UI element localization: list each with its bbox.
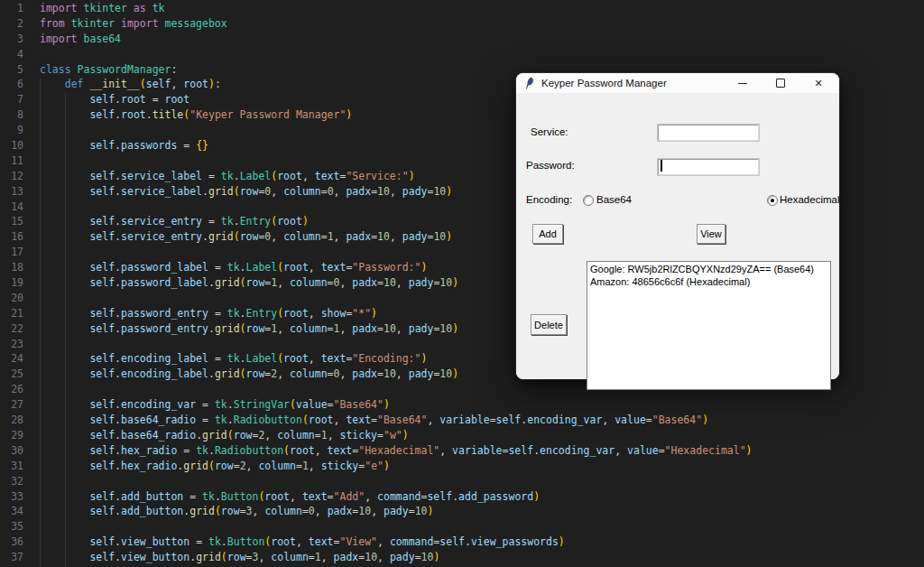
code-line[interactable]: 16 self.service_entry.grid(row=0, column… bbox=[0, 229, 924, 245]
code-text: from tkinter import messagebox bbox=[40, 17, 227, 30]
code-text: self.encoding_label.grid(row=2, column=0… bbox=[40, 367, 458, 380]
code-text: self.hex_radio = tk.Radiobutton(root, te… bbox=[40, 444, 753, 457]
code-line[interactable]: 13 self.service_label.grid(row=0, column… bbox=[0, 184, 924, 200]
line-number: 34 bbox=[0, 504, 23, 519]
code-line[interactable]: 35 bbox=[0, 519, 924, 534]
code-line[interactable]: 15 self.service_entry = tk.Entry(root) bbox=[0, 214, 924, 229]
line-number: 4 bbox=[0, 47, 23, 62]
code-editor[interactable]: 1import tkinter as tk2from tkinter impor… bbox=[0, 0, 924, 567]
code-line[interactable]: 34 self.add_button.grid(row=3, column=0,… bbox=[0, 504, 924, 519]
line-number: 15 bbox=[0, 214, 23, 229]
code-line[interactable]: 14 bbox=[0, 200, 924, 215]
line-number: 29 bbox=[0, 428, 23, 443]
code-line[interactable]: 3import base64 bbox=[0, 32, 924, 47]
line-number: 19 bbox=[0, 275, 23, 291]
line-number: 27 bbox=[0, 397, 23, 413]
code-text: self.base64_radio.grid(row=2, column=1, … bbox=[40, 429, 409, 442]
code-text: self.service_label = tk.Label(root, text… bbox=[40, 170, 415, 182]
code-line[interactable]: 20 bbox=[0, 291, 924, 306]
code-line[interactable]: 32 bbox=[0, 474, 924, 489]
line-number: 7 bbox=[0, 92, 23, 107]
code-line[interactable]: 17 bbox=[0, 245, 924, 260]
code-text: import base64 bbox=[40, 33, 121, 45]
line-number: 8 bbox=[0, 107, 23, 123]
code-text: self.password_label.grid(row=1, column=0… bbox=[40, 276, 458, 289]
code-text: self.root = root bbox=[40, 93, 189, 106]
line-number: 18 bbox=[0, 260, 23, 275]
code-line[interactable]: 30 self.hex_radio = tk.Radiobutton(root,… bbox=[0, 443, 924, 459]
line-number: 21 bbox=[0, 306, 23, 321]
line-number: 12 bbox=[0, 169, 23, 184]
code-text: def __init__(self, root): bbox=[40, 78, 221, 90]
code-line[interactable]: 2from tkinter import messagebox bbox=[0, 16, 924, 32]
line-number: 33 bbox=[0, 489, 23, 505]
line-number: 32 bbox=[0, 474, 23, 489]
code-text: self.password_label = tk.Label(root, tex… bbox=[40, 261, 427, 274]
code-text: self.encoding_var = tk.StringVar(value="… bbox=[40, 398, 390, 411]
code-text: self.encoding_label = tk.Label(root, tex… bbox=[40, 352, 427, 365]
vscode-editor-screen: 1import tkinter as tk2from tkinter impor… bbox=[0, 0, 924, 567]
code-line[interactable]: 26 bbox=[0, 382, 924, 397]
code-line[interactable]: 37 self.view_button.grid(row=3, column=1… bbox=[0, 550, 924, 565]
line-number: 16 bbox=[0, 229, 23, 245]
code-text: self.root.title("Keyper Password Manager… bbox=[40, 108, 352, 121]
line-number: 17 bbox=[0, 245, 23, 260]
code-line[interactable]: 1import tkinter as tk bbox=[0, 1, 924, 16]
code-line[interactable]: 9 bbox=[0, 123, 924, 138]
code-line[interactable]: 8 self.root.title("Keyper Password Manag… bbox=[0, 107, 924, 123]
line-number: 1 bbox=[0, 1, 23, 16]
code-text: self.add_button = tk.Button(root, text="… bbox=[40, 490, 540, 503]
code-text: self.password_entry = tk.Entry(root, sho… bbox=[40, 307, 377, 320]
line-number: 35 bbox=[0, 519, 23, 534]
line-number: 14 bbox=[0, 200, 23, 215]
line-number: 22 bbox=[0, 321, 23, 337]
code-line[interactable]: 28 self.base64_radio = tk.Radiobutton(ro… bbox=[0, 413, 924, 428]
code-line[interactable]: 27 self.encoding_var = tk.StringVar(valu… bbox=[0, 397, 924, 413]
code-line[interactable]: 11 bbox=[0, 153, 924, 169]
code-text: self.view_button.grid(row=3, column=1, p… bbox=[40, 551, 439, 563]
line-number: 3 bbox=[0, 32, 23, 47]
code-text: import tkinter as tk bbox=[40, 2, 165, 14]
code-line[interactable]: 7 self.root = root bbox=[0, 92, 924, 107]
code-line[interactable]: 21 self.password_entry = tk.Entry(root, … bbox=[0, 306, 924, 321]
line-number: 2 bbox=[0, 16, 23, 32]
line-number: 37 bbox=[0, 550, 23, 565]
line-number: 30 bbox=[0, 443, 23, 459]
code-line[interactable]: 29 self.base64_radio.grid(row=2, column=… bbox=[0, 428, 924, 443]
code-line[interactable]: 36 self.view_button = tk.Button(root, te… bbox=[0, 534, 924, 550]
line-number: 25 bbox=[0, 367, 23, 382]
line-number: 9 bbox=[0, 123, 23, 138]
line-number: 13 bbox=[0, 184, 23, 200]
line-number: 31 bbox=[0, 459, 23, 474]
code-text: self.service_entry.grid(row=0, column=1,… bbox=[40, 230, 452, 243]
code-line[interactable]: 4 bbox=[0, 47, 924, 62]
code-line[interactable]: 23 bbox=[0, 337, 924, 352]
line-number: 28 bbox=[0, 413, 23, 428]
line-number: 23 bbox=[0, 337, 23, 352]
code-text: self.base64_radio = tk.Radiobutton(root,… bbox=[40, 414, 708, 426]
code-text: class PasswordManager: bbox=[40, 63, 177, 76]
code-line[interactable]: 24 self.encoding_label = tk.Label(root, … bbox=[0, 351, 924, 367]
code-text: self.password_entry.grid(row=1, column=1… bbox=[40, 322, 458, 335]
code-line[interactable]: 6 def __init__(self, root): bbox=[0, 77, 924, 92]
line-number: 11 bbox=[0, 153, 23, 169]
code-lines: 1import tkinter as tk2from tkinter impor… bbox=[0, 1, 924, 565]
code-line[interactable]: 33 self.add_button = tk.Button(root, tex… bbox=[0, 489, 924, 505]
code-text: self.view_button = tk.Button(root, text=… bbox=[40, 535, 565, 548]
code-text: self.service_entry = tk.Entry(root) bbox=[40, 215, 309, 228]
code-text: self.service_label.grid(row=0, column=0,… bbox=[40, 185, 452, 198]
line-number: 26 bbox=[0, 382, 23, 397]
code-line[interactable]: 25 self.encoding_label.grid(row=2, colum… bbox=[0, 367, 924, 382]
code-text: self.add_button.grid(row=3, column=0, pa… bbox=[40, 505, 433, 517]
line-number: 20 bbox=[0, 291, 23, 306]
code-line[interactable]: 19 self.password_label.grid(row=1, colum… bbox=[0, 275, 924, 291]
code-line[interactable]: 5class PasswordManager: bbox=[0, 62, 924, 78]
code-line[interactable]: 31 self.hex_radio.grid(row=2, column=1, … bbox=[0, 459, 924, 474]
code-line[interactable]: 22 self.password_entry.grid(row=1, colum… bbox=[0, 321, 924, 337]
code-line[interactable]: 10 self.passwords = {} bbox=[0, 138, 924, 153]
code-line[interactable]: 18 self.password_label = tk.Label(root, … bbox=[0, 260, 924, 275]
line-number: 6 bbox=[0, 77, 23, 92]
code-text: self.passwords = {} bbox=[40, 139, 208, 152]
code-line[interactable]: 12 self.service_label = tk.Label(root, t… bbox=[0, 169, 924, 184]
line-number: 36 bbox=[0, 534, 23, 550]
